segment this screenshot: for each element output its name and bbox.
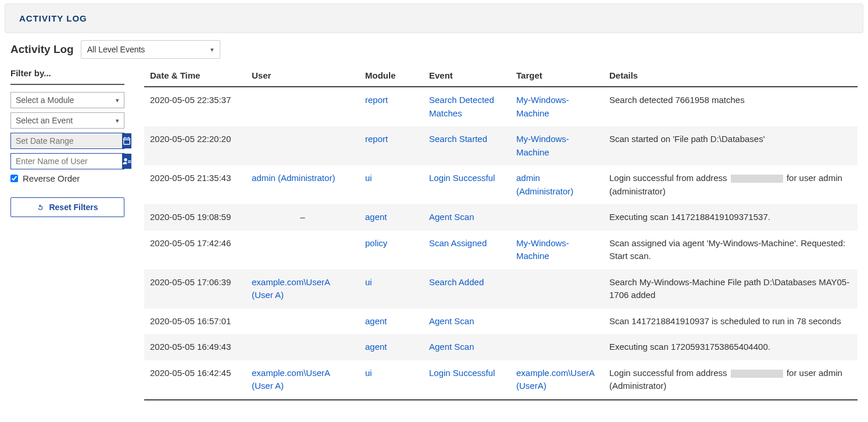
- cell-user: –: [246, 204, 359, 230]
- refresh-icon: [37, 204, 44, 211]
- level-events-label: All Level Events: [87, 45, 145, 54]
- cell-datetime: 2020-05-05 16:49:43: [144, 334, 246, 360]
- module-link[interactable]: agent: [365, 342, 387, 352]
- user-card-icon[interactable]: [122, 154, 131, 169]
- cell-module: policy: [359, 230, 423, 269]
- page-title: ACTIVITY LOG: [19, 13, 849, 23]
- th-user[interactable]: User: [246, 65, 359, 87]
- cell-module: ui: [359, 360, 423, 400]
- reverse-order-label: Reverse Order: [23, 173, 80, 183]
- date-range-input-wrap[interactable]: [10, 133, 124, 149]
- user-name-input[interactable]: [11, 154, 122, 169]
- cell-user: admin (Administrator): [246, 165, 359, 204]
- module-link[interactable]: agent: [365, 316, 387, 326]
- module-link[interactable]: ui: [365, 173, 372, 183]
- calendar-icon[interactable]: [122, 133, 131, 148]
- cell-target: My-Windows-Machine: [510, 230, 603, 269]
- reset-filters-button[interactable]: Reset Filters: [10, 197, 124, 217]
- event-link[interactable]: Scan Assigned: [429, 238, 487, 248]
- user-input-wrap[interactable]: [10, 153, 124, 169]
- target-link[interactable]: example.com\UserA (UserA): [516, 368, 594, 391]
- th-details[interactable]: Details: [603, 65, 858, 87]
- cell-user: example.com\UserA (User A): [246, 269, 359, 308]
- cell-details: Search My-Windows-Machine File path D:\D…: [603, 269, 858, 308]
- cell-details: Executing scan 14172188419109371537.: [603, 204, 858, 230]
- event-link[interactable]: Login Successful: [429, 173, 495, 183]
- module-link[interactable]: ui: [365, 277, 372, 287]
- cell-datetime: 2020-05-05 19:08:59: [144, 204, 246, 230]
- cell-target: My-Windows-Machine: [510, 126, 603, 165]
- reverse-order-checkbox[interactable]: [10, 175, 18, 182]
- cell-module: agent: [359, 308, 423, 335]
- module-link[interactable]: report: [365, 95, 388, 105]
- module-link[interactable]: ui: [365, 368, 372, 378]
- cell-event: Agent Scan: [423, 334, 510, 360]
- cell-event: Search Added: [423, 269, 510, 308]
- reverse-order-row[interactable]: Reverse Order: [10, 173, 124, 183]
- cell-details: Login successful from address for user a…: [603, 165, 858, 204]
- cell-datetime: 2020-05-05 21:35:43: [144, 165, 246, 204]
- target-link[interactable]: My-Windows-Machine: [516, 134, 569, 157]
- user-link[interactable]: admin (Administrator): [252, 173, 335, 183]
- module-link[interactable]: report: [365, 134, 388, 144]
- date-range-input[interactable]: [11, 133, 122, 148]
- cell-module: agent: [359, 204, 423, 230]
- cell-module: ui: [359, 165, 423, 204]
- redacted-value: [731, 370, 783, 378]
- event-link[interactable]: Agent Scan: [429, 342, 474, 352]
- user-link[interactable]: example.com\UserA (User A): [252, 368, 330, 391]
- cell-user: [246, 334, 359, 360]
- table-row: 2020-05-05 22:20:20reportSearch StartedM…: [144, 126, 858, 165]
- cell-event: Agent Scan: [423, 308, 510, 335]
- event-select[interactable]: Select an Event: [10, 112, 124, 129]
- level-events-select[interactable]: All Level Events: [81, 40, 220, 59]
- cell-module: report: [359, 87, 423, 126]
- module-link[interactable]: agent: [365, 212, 387, 222]
- target-link[interactable]: admin (Administrator): [516, 173, 573, 196]
- cell-target: [510, 204, 603, 230]
- cell-details: Scan 1417218841910937 is scheduled to ru…: [603, 308, 858, 335]
- cell-datetime: 2020-05-05 16:57:01: [144, 308, 246, 335]
- cell-datetime: 2020-05-05 17:06:39: [144, 269, 246, 308]
- cell-datetime: 2020-05-05 22:20:20: [144, 126, 246, 165]
- th-module[interactable]: Module: [359, 65, 423, 87]
- filter-sidebar: Filter by... Select a Module Select an E…: [10, 65, 144, 422]
- cell-details: Scan started on 'File path D:\Databases': [603, 126, 858, 165]
- title-row: Activity Log All Level Events: [10, 40, 858, 59]
- event-link[interactable]: Agent Scan: [429, 212, 474, 222]
- th-event[interactable]: Event: [423, 65, 510, 87]
- cell-event: Login Successful: [423, 360, 510, 400]
- th-target[interactable]: Target: [510, 65, 603, 87]
- cell-details: Search detected 7661958 matches: [603, 87, 858, 126]
- redacted-value: [731, 175, 783, 183]
- cell-event: Agent Scan: [423, 204, 510, 230]
- cell-details: Login successful from address for user a…: [603, 360, 858, 400]
- subtitle: Activity Log: [10, 43, 74, 56]
- th-datetime[interactable]: Date & Time: [144, 65, 246, 87]
- target-link[interactable]: My-Windows-Machine: [516, 95, 569, 118]
- module-select[interactable]: Select a Module: [10, 92, 124, 108]
- cell-details: Scan assigned via agent 'My-Windows-Mach…: [603, 230, 858, 269]
- event-link[interactable]: Login Successful: [429, 368, 495, 378]
- user-link[interactable]: example.com\UserA (User A): [252, 277, 330, 300]
- cell-datetime: 2020-05-05 17:42:46: [144, 230, 246, 269]
- cell-event: Login Successful: [423, 165, 510, 204]
- module-link[interactable]: policy: [365, 238, 387, 248]
- table-row: 2020-05-05 16:57:01agentAgent ScanScan 1…: [144, 308, 858, 335]
- table-row: 2020-05-05 19:08:59–agentAgent ScanExecu…: [144, 204, 858, 230]
- cell-target: example.com\UserA (UserA): [510, 360, 603, 400]
- cell-target: [510, 308, 603, 335]
- module-select-label: Select a Module: [16, 95, 74, 105]
- event-link[interactable]: Search Detected Matches: [429, 95, 494, 118]
- event-link[interactable]: Agent Scan: [429, 316, 474, 326]
- table-row: 2020-05-05 17:42:46policyScan AssignedMy…: [144, 230, 858, 269]
- cell-details: Executing scan 17205931753865404400.: [603, 334, 858, 360]
- cell-target: admin (Administrator): [510, 165, 603, 204]
- event-link[interactable]: Search Started: [429, 134, 487, 144]
- main-content: Date & Time User Module Event Target Det…: [144, 65, 858, 422]
- cell-module: ui: [359, 269, 423, 308]
- reset-filters-label: Reset Filters: [49, 203, 98, 212]
- target-link[interactable]: My-Windows-Machine: [516, 238, 569, 261]
- event-link[interactable]: Search Added: [429, 277, 484, 287]
- table-row: 2020-05-05 17:06:39example.com\UserA (Us…: [144, 269, 858, 308]
